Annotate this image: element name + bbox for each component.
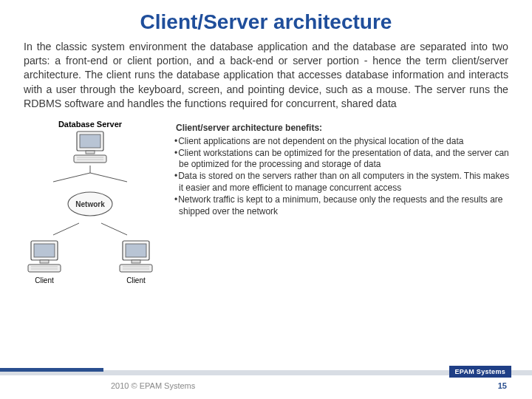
body-paragraph: In the classic system environment the da… <box>0 40 532 111</box>
benefits-block: Client/server architecture benefits: Cli… <box>171 120 516 284</box>
svg-rect-21 <box>120 265 152 272</box>
svg-rect-13 <box>34 244 55 257</box>
svg-rect-3 <box>74 155 106 163</box>
network-label: Network <box>75 200 105 208</box>
benefits-list: Client applications are not dependent on… <box>171 136 516 218</box>
svg-rect-19 <box>126 244 146 257</box>
architecture-diagram: Database Server Network <box>16 120 164 284</box>
svg-rect-14 <box>40 260 49 263</box>
svg-rect-1 <box>80 134 100 148</box>
client-computer-left-icon: Client <box>24 239 65 284</box>
connector-lines-top <box>16 166 164 183</box>
client-label-left: Client <box>35 276 54 284</box>
svg-line-11 <box>101 223 127 235</box>
page-number: 15 <box>498 381 507 390</box>
svg-line-10 <box>53 223 79 235</box>
client-label-right: Client <box>126 276 146 284</box>
network-icon: Network <box>64 189 116 219</box>
svg-line-8 <box>90 173 127 182</box>
list-item: Client workstations can be optimized for… <box>171 148 516 171</box>
slide-title: Client/Server architecture <box>0 0 532 40</box>
slide-footer: EPAM Systems 2010 © EPAM Systems 15 <box>0 366 532 399</box>
client-computer-right-icon: Client <box>115 239 157 284</box>
list-item: Client applications are not dependent on… <box>171 136 516 148</box>
epam-badge: EPAM Systems <box>449 366 511 378</box>
svg-rect-2 <box>86 151 95 154</box>
svg-line-7 <box>53 173 90 182</box>
svg-rect-20 <box>132 260 140 263</box>
copyright-text: 2010 © EPAM Systems <box>111 381 195 390</box>
server-label: Database Server <box>16 120 164 129</box>
footer-divider-blue <box>0 368 103 372</box>
benefits-heading: Client/server architecture benefits: <box>171 123 516 134</box>
list-item: Data is stored on the servers rather tha… <box>171 171 516 194</box>
server-computer-icon <box>16 130 164 166</box>
svg-rect-15 <box>28 265 61 272</box>
connector-lines-bottom <box>16 222 164 236</box>
list-item: Network traffic is kept to a minimum, be… <box>171 194 516 218</box>
